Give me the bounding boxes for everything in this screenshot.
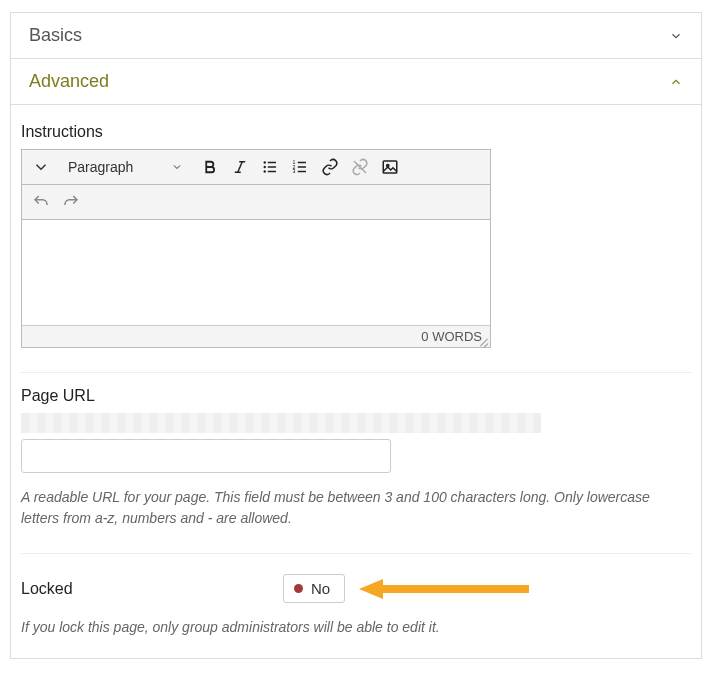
locked-field: Locked No If you lock this page, only gr… [21,568,691,638]
page-url-help: A readable URL for your page. This field… [21,487,691,529]
editor-toolbar-row-2 [22,185,490,220]
redo-button[interactable] [56,187,86,217]
locked-label: Locked [21,580,283,598]
undo-button[interactable] [26,187,56,217]
divider [21,372,691,373]
format-dropdown-label: Paragraph [68,159,133,175]
svg-rect-6 [268,162,276,164]
page-url-field: Page URL A readable URL for your page. T… [21,387,691,529]
svg-rect-13 [298,166,306,168]
svg-point-3 [264,161,266,163]
instructions-field: Instructions Paragraph [21,123,491,348]
locked-toggle-label: No [311,580,330,597]
bold-button[interactable] [195,152,225,182]
toolbar-expand-button[interactable] [26,152,56,182]
svg-rect-8 [268,171,276,173]
editor-statusbar: 0 WORDS [22,325,490,347]
svg-rect-7 [268,166,276,168]
svg-text:3: 3 [293,168,296,174]
unlink-button[interactable] [345,152,375,182]
chevron-down-icon [171,161,183,173]
chevron-up-icon [669,75,683,89]
divider [21,553,691,554]
svg-line-0 [238,162,243,173]
image-button[interactable] [375,152,405,182]
svg-rect-12 [298,162,306,164]
svg-point-4 [264,166,266,168]
resize-handle[interactable] [479,336,489,346]
accordion-advanced[interactable]: Advanced [11,59,701,105]
locked-toggle[interactable]: No [283,574,345,603]
svg-rect-14 [298,171,306,173]
svg-rect-16 [384,161,398,173]
instructions-label: Instructions [21,123,491,141]
word-count-label: 0 WORDS [421,329,482,344]
advanced-panel: Instructions Paragraph [11,105,701,658]
italic-button[interactable] [225,152,255,182]
locked-help: If you lock this page, only group admini… [21,617,691,638]
chevron-down-icon [669,29,683,43]
rich-text-editor: Paragraph 123 [21,149,491,348]
svg-point-5 [264,170,266,172]
page-url-input[interactable] [21,439,391,473]
accordion-basics-label: Basics [29,25,82,46]
svg-marker-19 [359,579,383,599]
page-url-prefix [21,413,541,433]
format-dropdown[interactable]: Paragraph [56,152,195,182]
numbered-list-button[interactable]: 123 [285,152,315,182]
accordion-basics[interactable]: Basics [11,13,701,59]
toggle-dot-icon [294,584,303,593]
editor-toolbar-row-1: Paragraph 123 [22,150,490,185]
accordion-advanced-label: Advanced [29,71,109,92]
page-url-label: Page URL [21,387,691,405]
link-button[interactable] [315,152,345,182]
bullet-list-button[interactable] [255,152,285,182]
callout-arrow-icon [359,577,529,601]
editor-textarea[interactable] [22,220,490,325]
